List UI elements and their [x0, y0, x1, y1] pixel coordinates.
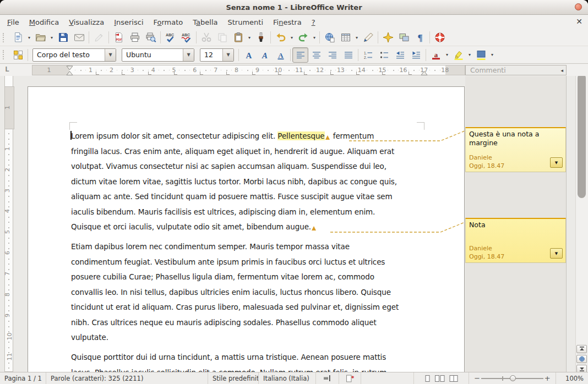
- hyperlink-button[interactable]: [322, 30, 337, 45]
- zoom-out-icon[interactable]: −: [473, 374, 481, 382]
- language-status[interactable]: Italiano (Italia): [259, 372, 316, 384]
- comment-anchor-icon[interactable]: [312, 226, 316, 231]
- insert-mode-toggle[interactable]: [316, 372, 339, 384]
- margin-comment[interactable]: Questa è una nota a margineDanieleOggi, …: [465, 127, 566, 172]
- vertical-ruler[interactable]: 11234567891011: [4, 76, 13, 372]
- menu-item-modifica[interactable]: Modifica: [24, 17, 64, 28]
- tab-stop-selector[interactable]: L: [5, 65, 13, 73]
- next-page-button[interactable]: [576, 365, 587, 372]
- numbered-list-button[interactable]: 1.2.: [360, 47, 376, 63]
- menu-item-[interactable]: ?: [307, 17, 320, 28]
- open-dropdown-icon[interactable]: ▾: [48, 30, 55, 45]
- toolbar-grip-icon[interactable]: [3, 33, 7, 42]
- clone-formatting-button[interactable]: [253, 30, 269, 45]
- menu-item-file[interactable]: File: [2, 17, 24, 28]
- new-document-button[interactable]: [10, 30, 26, 45]
- redo-dropdown-icon[interactable]: ▾: [311, 30, 318, 45]
- vertical-scrollbar[interactable]: [575, 76, 588, 372]
- align-center-button[interactable]: [308, 47, 324, 63]
- scrollbar-thumb[interactable]: [578, 76, 586, 198]
- zoom-level[interactable]: 100%: [556, 372, 588, 384]
- print-preview-button[interactable]: [143, 30, 159, 45]
- chevron-down-icon[interactable]: ▼: [183, 49, 194, 61]
- export-pdf-button[interactable]: PDF: [111, 30, 127, 45]
- paste-dropdown-icon[interactable]: ▾: [246, 30, 253, 45]
- window-close-button[interactable]: [575, 3, 582, 10]
- underline-button[interactable]: A: [273, 47, 288, 63]
- paragraph[interactable]: Etiam dapibus lorem nec condimentum semp…: [71, 239, 432, 345]
- page-indicator[interactable]: Pagina 1 / 1: [0, 372, 46, 384]
- email-button[interactable]: [71, 30, 87, 45]
- redo-button[interactable]: [295, 30, 311, 45]
- navigator-button[interactable]: [380, 30, 396, 45]
- paragraph-style-combo[interactable]: Corpo del testo ▼: [32, 48, 116, 62]
- highlight-color-button[interactable]: [450, 47, 466, 63]
- chevron-down-icon[interactable]: ▼: [105, 49, 116, 61]
- navigation-button[interactable]: [576, 355, 587, 363]
- new-document-dropdown-icon[interactable]: ▾: [26, 30, 32, 45]
- italic-button[interactable]: A: [257, 47, 273, 63]
- justify-button[interactable]: [340, 47, 356, 63]
- left-indent-marker[interactable]: [66, 65, 73, 76]
- paste-button[interactable]: [230, 30, 246, 45]
- undo-dropdown-icon[interactable]: ▾: [288, 30, 295, 45]
- font-color-dropdown-icon[interactable]: ▾: [444, 48, 450, 62]
- comments-header[interactable]: Commenti ◂: [465, 65, 567, 75]
- auto-spellcheck-button[interactable]: ABC: [178, 30, 194, 45]
- paragraph[interactable]: Quisque porttitor dui id urna tincidunt,…: [71, 350, 432, 372]
- align-left-button[interactable]: [292, 47, 308, 63]
- zoom-in-icon[interactable]: +: [543, 374, 551, 382]
- apply-style-button[interactable]: [10, 47, 26, 63]
- background-color-button[interactable]: [473, 47, 489, 63]
- margin-comment[interactable]: NotaDanieleOggi, 18.47▼: [465, 218, 566, 263]
- table-button[interactable]: [337, 30, 353, 45]
- increase-indent-button[interactable]: [408, 47, 424, 63]
- menu-item-strumenti[interactable]: Strumenti: [223, 17, 269, 28]
- font-size-combo[interactable]: 12 ▼: [200, 48, 234, 62]
- menu-item-finestra[interactable]: Finestra: [268, 17, 307, 28]
- undo-button[interactable]: [273, 30, 288, 45]
- gallery-button[interactable]: [396, 30, 412, 45]
- zoom-knob[interactable]: [510, 375, 516, 381]
- paragraph[interactable]: Lorem ipsum dolor sit amet, consectetur …: [71, 129, 432, 235]
- page[interactable]: Lorem ipsum dolor sit amet, consectetur …: [28, 86, 465, 372]
- book-view-button[interactable]: [449, 375, 459, 382]
- comment-anchor-icon[interactable]: [325, 135, 330, 140]
- page-style[interactable]: Stile predefinito: [208, 372, 259, 384]
- comment-text[interactable]: Nota: [469, 221, 562, 229]
- font-color-button[interactable]: a: [428, 47, 444, 63]
- comment-menu-button[interactable]: ▼: [550, 248, 563, 259]
- word-count[interactable]: Parole (caratteri): 325 (2211): [46, 372, 208, 384]
- menu-item-inserisci[interactable]: Inserisci: [109, 17, 148, 28]
- decrease-indent-button[interactable]: [392, 47, 408, 63]
- help-button[interactable]: [432, 30, 448, 45]
- document-close-icon[interactable]: ✕: [576, 17, 582, 26]
- spellcheck-button[interactable]: ABC: [162, 30, 178, 45]
- previous-page-button[interactable]: [576, 345, 587, 353]
- multi-page-view-button[interactable]: [434, 375, 445, 382]
- table-dropdown-icon[interactable]: ▾: [353, 30, 360, 45]
- formatting-marks-button[interactable]: ¶: [412, 30, 428, 45]
- zoom-slider[interactable]: [481, 374, 544, 383]
- comment-text[interactable]: Questa è una nota a margine: [469, 130, 562, 147]
- bold-button[interactable]: A: [241, 47, 257, 63]
- save-button[interactable]: [55, 30, 71, 45]
- highlight-color-dropdown-icon[interactable]: ▾: [466, 48, 473, 62]
- selection-mode-toggle[interactable]: *: [339, 372, 361, 384]
- document-text[interactable]: Lorem ipsum dolor sit amet, consectetur …: [71, 129, 432, 372]
- menu-item-formato[interactable]: Formato: [149, 17, 188, 28]
- collapse-comments-icon[interactable]: ◂: [560, 68, 563, 73]
- background-color-dropdown-icon[interactable]: ▾: [489, 48, 496, 62]
- bullet-list-button[interactable]: [376, 47, 392, 63]
- horizontal-ruler[interactable]: 1123456789101112131415161718: [32, 65, 465, 75]
- menu-item-tabella[interactable]: Tabella: [188, 17, 222, 28]
- toolbar-grip-icon[interactable]: [3, 50, 7, 59]
- draw-functions-button[interactable]: [360, 30, 376, 45]
- print-button[interactable]: [127, 30, 143, 45]
- titlebar[interactable]: Senza nome 1 - LibreOffice Writer: [0, 0, 588, 15]
- font-name-combo[interactable]: Ubuntu ▼: [122, 48, 194, 62]
- open-button[interactable]: [32, 30, 48, 45]
- comment-menu-button[interactable]: ▼: [550, 157, 563, 168]
- chevron-down-icon[interactable]: ▼: [222, 49, 233, 61]
- menu-item-visualizza[interactable]: Visualizza: [64, 17, 109, 28]
